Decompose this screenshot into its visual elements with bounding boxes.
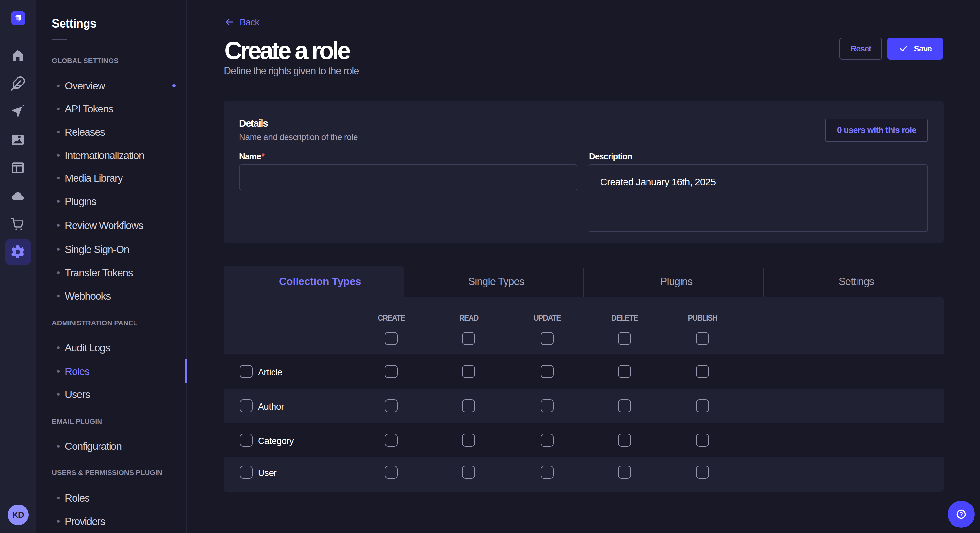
svg-text:?: ? [959,511,963,517]
